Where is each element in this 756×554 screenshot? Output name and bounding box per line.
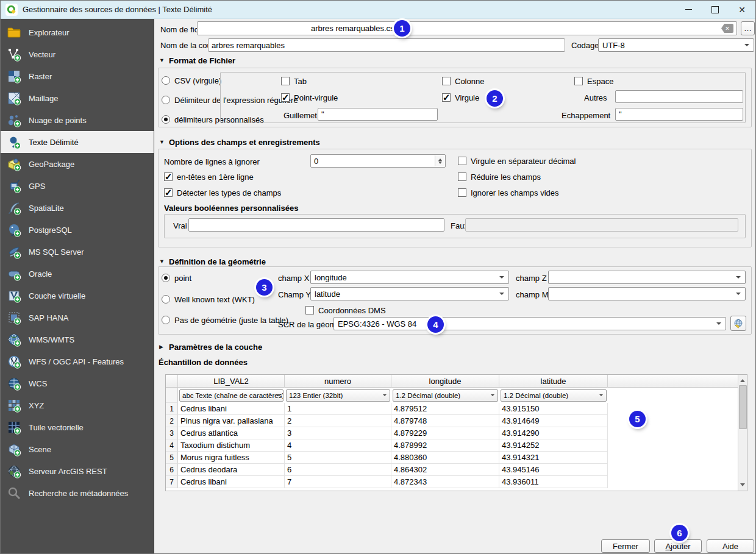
field-type-select[interactable]: abc Texte (chaîne de caractères) xyxy=(179,389,284,402)
scrollbar-thumb[interactable] xyxy=(739,385,747,429)
checkbox-point-virgule[interactable] xyxy=(281,93,290,102)
sidebar-item-texte-d-limit[interactable]: Texte Délimité xyxy=(1,131,154,153)
vrai-input[interactable] xyxy=(188,218,444,232)
faux-input[interactable] xyxy=(465,218,738,232)
table-cell[interactable]: 43.945146 xyxy=(499,464,608,476)
sidebar-item-sap-hana[interactable]: SAP HANA xyxy=(1,307,154,328)
checkbox-virgule[interactable] xyxy=(442,93,451,102)
scroll-down-icon[interactable] xyxy=(738,481,747,491)
table-cell[interactable]: Morus nigra fuitless xyxy=(178,452,285,464)
sidebar-item-nuage-de-points[interactable]: Nuage de points xyxy=(1,109,154,131)
table-cell[interactable]: 5 xyxy=(285,452,391,464)
table-cell[interactable]: 4.879229 xyxy=(391,427,499,439)
table-cell[interactable]: 4 xyxy=(285,439,391,452)
table-cell[interactable]: Cedrus libani xyxy=(178,403,285,415)
sidebar-item-geopackage[interactable]: GeoPackage xyxy=(1,153,154,175)
guillemet-input[interactable] xyxy=(318,108,438,121)
aide-button[interactable]: Aide xyxy=(707,539,754,553)
sidebar-item-scene[interactable]: Scene xyxy=(1,438,154,460)
collapse-arrow-icon[interactable]: ▼ xyxy=(159,258,165,265)
table-cell[interactable]: 43.914252 xyxy=(499,439,608,452)
sidebar-item-xyz[interactable]: XYZ xyxy=(1,394,154,416)
file-name-input[interactable] xyxy=(197,21,737,35)
sidebar-item-raster[interactable]: Raster xyxy=(1,65,154,87)
sidebar-item-spatialite[interactable]: SpatiaLite xyxy=(1,197,154,219)
table-cell[interactable]: 43.915150 xyxy=(499,403,608,415)
layer-name-input[interactable] xyxy=(208,38,565,52)
field-type-select[interactable]: 1.2 Décimal (double) xyxy=(501,389,607,402)
sidebar-item-postgresql[interactable]: PostgreSQL xyxy=(1,219,154,241)
sidebar-item-couche-virtuelle[interactable]: Couche virtuelle xyxy=(1,285,154,307)
ajouter-button[interactable]: Ajouter xyxy=(654,539,702,553)
column-header[interactable]: longitude xyxy=(391,375,499,388)
column-header[interactable]: numero xyxy=(285,375,391,388)
scr-select[interactable]: EPSG:4326 - WGS 84 xyxy=(333,317,726,330)
table-cell[interactable]: 43.914290 xyxy=(499,427,608,439)
table-cell[interactable]: 4.879512 xyxy=(391,403,499,415)
checkbox-detect-types[interactable] xyxy=(164,188,173,197)
autres-input[interactable] xyxy=(615,90,743,103)
table-cell[interactable]: Cedrus deodara xyxy=(178,464,285,476)
spinbox-arrows-icon[interactable] xyxy=(435,155,444,166)
table-cell[interactable]: 43.914649 xyxy=(499,415,608,427)
checkbox-decimal-comma[interactable] xyxy=(458,157,466,165)
minimize-button[interactable] xyxy=(675,1,702,18)
scroll-up-icon[interactable] xyxy=(738,375,747,384)
table-cell[interactable]: 1 xyxy=(285,403,391,415)
sidebar-item-oracle[interactable]: Oracle xyxy=(1,263,154,285)
column-header[interactable]: latitude xyxy=(499,375,608,388)
radio-regex-delimiter[interactable] xyxy=(162,96,170,104)
sidebar-item-wcs[interactable]: WCS xyxy=(1,372,154,394)
sidebar-item-wms-wmts[interactable]: WMS/WMTS xyxy=(1,328,154,350)
fermer-button[interactable]: Fermer xyxy=(601,539,650,553)
checkbox-colonne[interactable] xyxy=(442,77,451,85)
table-cell[interactable]: Cedrus libani xyxy=(178,476,285,488)
collapse-arrow-icon[interactable]: ▼ xyxy=(159,57,165,63)
close-button[interactable]: ✕ xyxy=(729,1,755,18)
checkbox-skip-empty-fields[interactable] xyxy=(458,188,466,197)
sidebar-item-vecteur[interactable]: Vecteur xyxy=(1,43,154,65)
table-cell[interactable]: 7 xyxy=(285,476,391,488)
sidebar-item-wfs-ogc-api-features[interactable]: WFS / OGC API - Features xyxy=(1,350,154,372)
table-cell[interactable]: Pinus nigra var. pallasiana xyxy=(178,415,285,427)
sidebar-item-maillage[interactable]: Maillage xyxy=(1,87,154,109)
table-cell[interactable]: 43.914321 xyxy=(499,452,608,464)
checkbox-dms-coordinates[interactable] xyxy=(305,306,314,314)
checkbox-tab[interactable] xyxy=(281,77,290,85)
table-cell[interactable]: 43.936011 xyxy=(499,476,608,488)
champ-m-select[interactable] xyxy=(548,287,746,300)
skip-lines-spinbox[interactable]: 0 xyxy=(310,154,446,168)
maximize-button[interactable] xyxy=(702,1,729,18)
table-cell[interactable]: 4.880360 xyxy=(391,452,499,464)
table-cell[interactable]: 6 xyxy=(285,464,391,476)
table-cell[interactable]: 4.879748 xyxy=(391,415,499,427)
table-scrollbar[interactable] xyxy=(738,375,747,491)
champ-z-select[interactable] xyxy=(548,271,746,284)
radio-no-geometry[interactable] xyxy=(162,316,170,324)
column-header[interactable]: LIB_VAL2 xyxy=(178,375,285,388)
echappement-input[interactable] xyxy=(615,108,743,121)
expand-arrow-icon[interactable]: ▶ xyxy=(159,344,163,350)
table-cell[interactable]: Taxodium distichum xyxy=(178,439,285,452)
sidebar-item-recherche-de-m-tadonn-es[interactable]: Recherche de métadonnées xyxy=(1,482,154,504)
table-cell[interactable]: 4.872343 xyxy=(391,476,499,488)
collapse-arrow-icon[interactable]: ▼ xyxy=(159,139,165,145)
table-cell[interactable]: 4.878992 xyxy=(391,439,499,452)
radio-point[interactable] xyxy=(162,274,170,282)
field-type-select[interactable]: 123 Entier (32bit) xyxy=(286,389,390,402)
radio-custom-delimiters[interactable] xyxy=(162,115,170,124)
table-cell[interactable]: 2 xyxy=(285,415,391,427)
sidebar-item-gps[interactable]: GPS xyxy=(1,175,154,197)
table-cell[interactable]: 3 xyxy=(285,427,391,439)
table-cell[interactable]: 4.864302 xyxy=(391,464,499,476)
radio-csv[interactable] xyxy=(162,76,170,85)
champ-y-select[interactable]: latitude xyxy=(310,287,509,300)
checkbox-espace[interactable] xyxy=(574,77,583,85)
sidebar-item-serveur-arcgis-rest[interactable]: Serveur ArcGIS REST xyxy=(1,460,154,482)
sidebar-item-ms-sql-server[interactable]: MS SQL Server xyxy=(1,241,154,263)
checkbox-first-line-headers[interactable] xyxy=(164,172,173,181)
table-cell[interactable]: Cedrus atlantica xyxy=(178,427,285,439)
sidebar-item-tuile-vectorielle[interactable]: Tuile vectorielle xyxy=(1,416,154,438)
checkbox-trim-fields[interactable] xyxy=(458,172,466,181)
field-type-select[interactable]: 1.2 Décimal (double) xyxy=(393,389,498,402)
